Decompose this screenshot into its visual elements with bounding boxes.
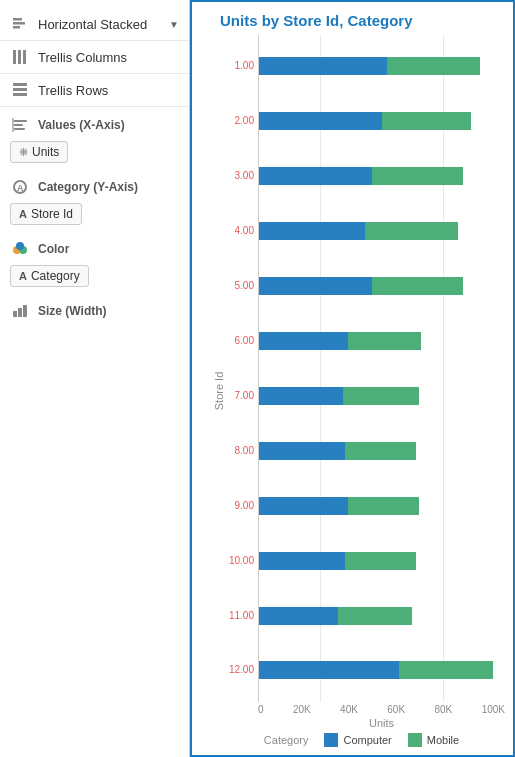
values-axis-icon bbox=[10, 115, 30, 135]
size-icon bbox=[10, 301, 30, 321]
svg-rect-4 bbox=[18, 50, 21, 64]
chart-panel: Units by Store Id, Category Store Id 1.0… bbox=[190, 0, 515, 757]
category-axis-label: Category (Y-Axis) bbox=[38, 180, 138, 194]
svg-rect-9 bbox=[13, 120, 27, 122]
bar-mobile-segment bbox=[387, 57, 480, 75]
y-tick-label: 5.00 bbox=[235, 281, 254, 291]
trellis-columns-label: Trellis Columns bbox=[38, 50, 179, 65]
storeid-tag-label: Store Id bbox=[31, 207, 73, 221]
svg-rect-5 bbox=[23, 50, 26, 64]
bar-row bbox=[259, 552, 505, 570]
y-tick-label: 1.00 bbox=[235, 61, 254, 71]
y-tick-label: 12.00 bbox=[229, 665, 254, 675]
left-panel: Horizontal Stacked ▼ Trellis Columns Tre… bbox=[0, 0, 190, 757]
chart-type-selector[interactable]: Horizontal Stacked ▼ bbox=[0, 8, 189, 41]
svg-rect-12 bbox=[12, 118, 14, 132]
values-axis-label: Values (X-Axis) bbox=[38, 118, 125, 132]
color-label: Color bbox=[38, 242, 69, 256]
svg-rect-6 bbox=[13, 83, 27, 86]
storeid-tag[interactable]: A Store Id bbox=[10, 203, 82, 225]
legend-computer: Computer bbox=[324, 733, 391, 747]
bar-row bbox=[259, 167, 505, 185]
bar-mobile-segment bbox=[348, 332, 422, 350]
y-tick-label: 11.00 bbox=[229, 611, 254, 621]
y-tick-labels: 1.002.003.004.005.006.007.008.009.0010.0… bbox=[218, 35, 258, 702]
svg-rect-18 bbox=[13, 311, 17, 317]
svg-rect-8 bbox=[13, 93, 27, 96]
chart-type-arrow: ▼ bbox=[169, 19, 179, 30]
y-axis-label: Store Id bbox=[213, 372, 225, 411]
svg-rect-20 bbox=[23, 305, 27, 317]
svg-rect-3 bbox=[13, 50, 16, 64]
size-label: Size (Width) bbox=[38, 304, 107, 318]
bar-row bbox=[259, 222, 505, 240]
chart-area: Store Id 1.002.003.004.005.006.007.008.0… bbox=[200, 35, 505, 747]
y-tick-label: 7.00 bbox=[235, 391, 254, 401]
bar-computer-segment bbox=[259, 497, 348, 515]
x-tick-label: 80K bbox=[434, 704, 452, 715]
category-tag-icon: A bbox=[19, 270, 27, 282]
bar-computer-segment bbox=[259, 167, 372, 185]
horizontal-stacked-icon bbox=[10, 14, 30, 34]
units-tag[interactable]: ❋ Units bbox=[10, 141, 68, 163]
bar-row bbox=[259, 112, 505, 130]
bar-mobile-segment bbox=[345, 552, 416, 570]
bar-mobile-segment bbox=[343, 387, 419, 405]
legend: Category Computer Mobile bbox=[218, 733, 505, 747]
legend-computer-label: Computer bbox=[343, 734, 391, 746]
bar-computer-segment bbox=[259, 277, 372, 295]
bar-mobile-segment bbox=[382, 112, 471, 130]
trellis-rows-row[interactable]: Trellis Rows bbox=[0, 74, 189, 107]
svg-rect-19 bbox=[18, 308, 22, 317]
x-axis-label: Units bbox=[258, 717, 505, 729]
bar-computer-segment bbox=[259, 112, 382, 130]
bar-row bbox=[259, 332, 505, 350]
svg-rect-1 bbox=[13, 22, 25, 25]
bar-computer-segment bbox=[259, 57, 387, 75]
x-tick-label: 100K bbox=[482, 704, 505, 715]
bar-row bbox=[259, 607, 505, 625]
trellis-columns-row[interactable]: Trellis Columns bbox=[0, 41, 189, 74]
x-tick-label: 0 bbox=[258, 704, 264, 715]
category-axis-icon: A bbox=[10, 177, 30, 197]
chart-type-label: Horizontal Stacked bbox=[38, 17, 169, 32]
bar-row bbox=[259, 57, 505, 75]
legend-mobile-label: Mobile bbox=[427, 734, 459, 746]
bar-computer-segment bbox=[259, 552, 345, 570]
chart-main: 1.002.003.004.005.006.007.008.009.0010.0… bbox=[218, 35, 505, 747]
bar-computer-segment bbox=[259, 332, 348, 350]
bar-computer-segment bbox=[259, 442, 345, 460]
y-tick-label: 4.00 bbox=[235, 226, 254, 236]
legend-category-label: Category bbox=[264, 734, 309, 746]
storeid-icon: A bbox=[19, 208, 27, 220]
svg-rect-0 bbox=[13, 18, 22, 21]
bars-container bbox=[258, 35, 505, 702]
bar-row bbox=[259, 497, 505, 515]
bar-computer-segment bbox=[259, 661, 399, 679]
y-tick-label: 3.00 bbox=[235, 171, 254, 181]
x-tick-label: 40K bbox=[340, 704, 358, 715]
category-tag[interactable]: A Category bbox=[10, 265, 89, 287]
chart-title: Units by Store Id, Category bbox=[200, 12, 505, 29]
values-axis-section: Values (X-Axis) bbox=[0, 107, 189, 139]
bar-row bbox=[259, 442, 505, 460]
bars-and-yaxis: 1.002.003.004.005.006.007.008.009.0010.0… bbox=[218, 35, 505, 702]
trellis-rows-icon bbox=[10, 80, 30, 100]
y-axis-label-container: Store Id bbox=[200, 35, 218, 747]
chart-body: Store Id 1.002.003.004.005.006.007.008.0… bbox=[200, 35, 505, 747]
svg-rect-11 bbox=[13, 128, 25, 130]
bar-row bbox=[259, 661, 505, 679]
bar-computer-segment bbox=[259, 222, 365, 240]
y-tick-label: 10.00 bbox=[229, 556, 254, 566]
bar-mobile-segment bbox=[372, 277, 463, 295]
y-tick-label: 6.00 bbox=[235, 336, 254, 346]
svg-rect-10 bbox=[13, 124, 23, 126]
legend-mobile: Mobile bbox=[408, 733, 459, 747]
x-tick-label: 60K bbox=[387, 704, 405, 715]
bar-computer-segment bbox=[259, 607, 338, 625]
svg-point-17 bbox=[16, 242, 24, 250]
trellis-rows-label: Trellis Rows bbox=[38, 83, 179, 98]
bar-mobile-segment bbox=[348, 497, 419, 515]
legend-mobile-color bbox=[408, 733, 422, 747]
bar-computer-segment bbox=[259, 387, 343, 405]
